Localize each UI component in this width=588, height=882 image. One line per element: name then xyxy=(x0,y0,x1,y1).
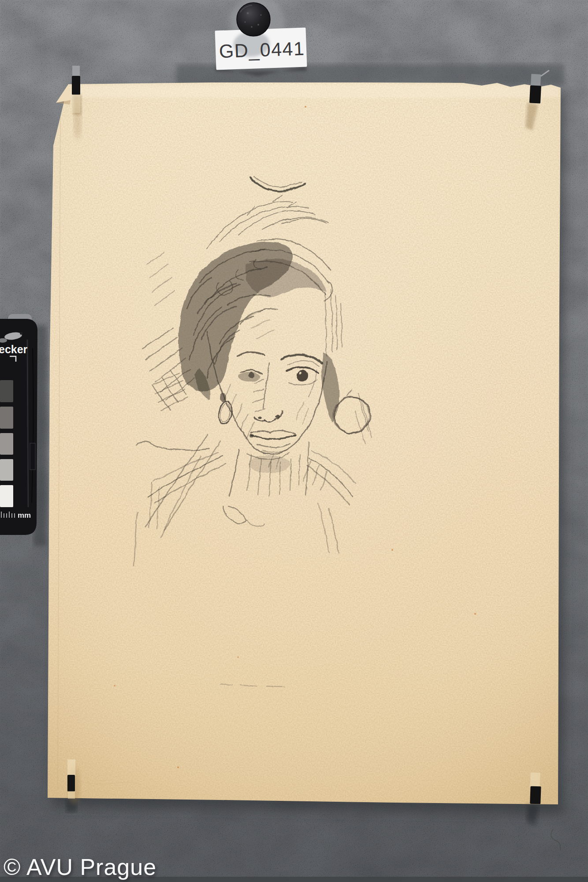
tape-sheen xyxy=(530,773,540,787)
id-label-text: GD_0441 xyxy=(219,38,305,62)
checker-gray-patches xyxy=(0,380,13,507)
checker-patch-3 xyxy=(0,433,13,455)
tape-black xyxy=(530,786,541,804)
magnet-pin xyxy=(237,3,270,36)
tape-black xyxy=(67,775,75,792)
tape-sheen xyxy=(67,759,75,776)
color-checker: ecker mm xyxy=(0,314,47,546)
paper-sheet xyxy=(44,79,564,807)
checker-patch-1 xyxy=(0,380,13,402)
archive-photo: GD_0441 ecker mm xyxy=(0,0,588,882)
paper-fiber-texture xyxy=(44,79,564,807)
watermark-text: © AVU Prague xyxy=(4,854,156,880)
checker-patch-2 xyxy=(0,407,13,429)
checker-brand-text: ecker xyxy=(0,343,28,355)
magnet-disc xyxy=(237,3,270,36)
checker-patch-5 xyxy=(0,485,13,507)
checker-ruler-unit: mm xyxy=(18,511,31,519)
paper-top-light-strip xyxy=(71,85,560,98)
tape-black xyxy=(529,85,541,103)
checker-patch-4 xyxy=(0,459,13,481)
tape-sheen xyxy=(72,66,80,77)
tape-black xyxy=(72,76,80,95)
wall-streak-right xyxy=(562,97,588,759)
tape-sheen xyxy=(531,74,541,86)
